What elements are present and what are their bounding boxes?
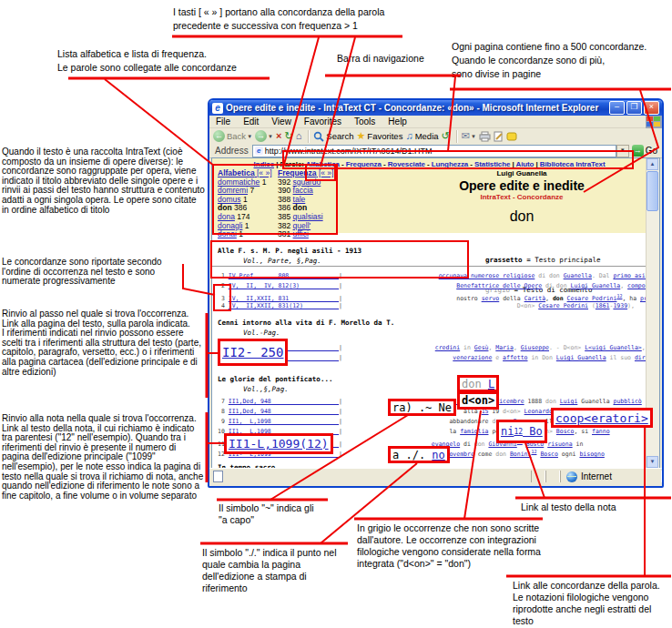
word-link[interactable]: donai: [218, 229, 237, 238]
edit-button[interactable]: [494, 131, 504, 142]
word-link[interactable]: sguardo: [293, 177, 321, 187]
maximize-button[interactable]: ❐: [626, 101, 642, 115]
note-number-link[interactable]: 12: [514, 428, 523, 436]
nav-link-aiuto[interactable]: Aiuto: [515, 160, 534, 168]
stop-button[interactable]: ×: [276, 130, 281, 142]
nav-link-lunghezza[interactable]: Lunghezza: [432, 160, 468, 168]
home-button[interactable]: ⌂: [296, 130, 302, 142]
word-link[interactable]: donagli: [218, 221, 242, 230]
word-link[interactable]: 1939: [613, 302, 627, 309]
menu-favorites[interactable]: Favorites: [298, 116, 348, 127]
scroll-down-button[interactable]: ▼: [647, 456, 658, 468]
word-link[interactable]: domus: [218, 195, 241, 204]
word-link[interactable]: Luigi Guanella: [570, 282, 620, 289]
word-link[interactable]: occupava numerose religiose: [439, 272, 535, 279]
word-link[interactable]: Bosco: [556, 428, 575, 435]
word-link[interactable]: domremi: [218, 186, 248, 195]
nav-link-frequenza[interactable]: Frequenza: [346, 160, 382, 168]
list-title-link[interactable]: Frequenza: [278, 168, 317, 177]
word-link[interactable]: Giuseppe: [521, 344, 549, 351]
concordance-ref-link[interactable]: II1,Ded, 948: [229, 408, 339, 415]
page-favicon: e: [255, 147, 263, 155]
note-ref-link[interactable]: II1-L,1099(12): [229, 437, 329, 451]
concordance-section: Alle F. s. M. P. negli asili - 1913Vol.,…: [218, 246, 659, 311]
word-link[interactable]: Luigi: [560, 398, 578, 405]
word-link[interactable]: quell': [293, 221, 311, 230]
word-link[interactable]: credini: [435, 344, 460, 351]
word-link[interactable]: L: [488, 378, 494, 390]
word-link[interactable]: dicembre: [495, 398, 524, 405]
scroll-thumb[interactable]: [647, 171, 658, 211]
list-prev-next-buttons[interactable]: [« »]: [255, 168, 272, 177]
word-link[interactable]: Bonini: [510, 451, 531, 458]
page-ref-link[interactable]: II2- 250: [222, 345, 283, 360]
nav-link-statistiche[interactable]: Statistiche: [474, 160, 510, 168]
word-link[interactable]: 1861: [596, 302, 610, 309]
word-link[interactable]: Bo: [523, 425, 543, 438]
favorites-button[interactable]: ★ Favorites: [356, 130, 402, 142]
tilde-symbol-sample: ra) .~ Ne: [392, 401, 452, 414]
back-dropdown-icon[interactable]: ▼: [247, 134, 252, 139]
media-button[interactable]: ♫ Media: [405, 130, 438, 142]
menu-file[interactable]: File: [209, 116, 237, 127]
word-link[interactable]: affetto: [503, 354, 527, 361]
concordance-ref-link[interactable]: IV,Pref, , 808: [229, 272, 339, 279]
word-link[interactable]: fanno: [592, 428, 610, 435]
word-link[interactable]: dona: [218, 212, 235, 221]
nav-link-biblioteca[interactable]: Biblioteca IntraText: [540, 160, 606, 168]
menu-edit[interactable]: Edit: [237, 116, 265, 127]
mail-button[interactable]: ✉▼: [462, 130, 476, 142]
word-link[interactable]: Maria: [495, 344, 514, 351]
word-link[interactable]: bisogno: [579, 451, 604, 458]
word-link[interactable]: Luigi Guanella: [556, 354, 606, 361]
word-link[interactable]: Benefattrice delle Opere: [456, 282, 542, 289]
concordance-ref-link[interactable]: II1,Ded, 948: [229, 398, 339, 405]
print-button[interactable]: [479, 131, 491, 142]
list-item: donai 1: [218, 230, 272, 239]
concordance-ref-link[interactable]: II1, L,1098: [229, 418, 339, 425]
concordance-ref-link[interactable]: IV, II,XXII, 831(12): [229, 302, 339, 309]
word-link[interactable]: tale: [293, 195, 306, 204]
forward-button[interactable]: → ▼: [255, 130, 273, 142]
word-link[interactable]: Gesù: [474, 344, 489, 351]
word-link[interactable]: pubblicò: [613, 398, 641, 405]
concordance-ref-link[interactable]: IV, II, IV, 812(3): [229, 282, 339, 289]
nav-link-alfabetica[interactable]: Alfabetica: [306, 160, 340, 168]
word-link[interactable]: qualsiasi: [293, 212, 323, 221]
status-page-icon: [213, 471, 223, 482]
word-link[interactable]: Bosco: [540, 451, 558, 458]
scroll-up-button[interactable]: ▲: [647, 158, 658, 170]
word-link[interactable]: Guanella: [564, 272, 592, 279]
word-link[interactable]: no: [432, 449, 444, 461]
mail-dropdown-icon[interactable]: ▼: [471, 134, 476, 139]
word-link[interactable]: venerazione: [453, 354, 492, 361]
list-prev-next-buttons[interactable]: [« »]: [317, 168, 334, 177]
address-dropdown-button[interactable]: ▼: [616, 145, 629, 157]
address-input[interactable]: e http://www.intratext.com/IXT/ITA0614/D…: [252, 145, 616, 157]
search-button[interactable]: Search: [313, 131, 353, 142]
word-link[interactable]: faccia: [293, 186, 313, 195]
messenger-button[interactable]: [506, 131, 517, 142]
list-title-link[interactable]: Alfabetica: [218, 168, 255, 177]
word-link[interactable]: dommatiche: [218, 177, 260, 187]
word-link[interactable]: ni: [501, 425, 514, 438]
word-link[interactable]: uffici: [293, 229, 309, 238]
go-button[interactable]: → Go: [632, 145, 657, 157]
menu-view[interactable]: View: [265, 116, 298, 127]
history-button[interactable]: ↺: [442, 130, 450, 142]
minimize-button[interactable]: –: [609, 101, 625, 115]
menu-tools[interactable]: Tools: [348, 116, 382, 127]
word-link[interactable]: famiglia: [460, 428, 488, 435]
back-button[interactable]: ← Back ▼: [213, 130, 252, 142]
annotation-order-note: Le concordanze sono riportate secondo l'…: [2, 258, 184, 287]
refresh-button[interactable]: ↻: [284, 130, 292, 142]
nav-link-indice[interactable]: Indice: [254, 160, 275, 168]
forward-dropdown-icon[interactable]: ▼: [268, 134, 273, 139]
word-link[interactable]: Cesare Pedrini: [538, 302, 588, 309]
close-button[interactable]: ×: [644, 101, 659, 115]
menu-help[interactable]: Help: [382, 116, 413, 127]
word-link[interactable]: L<uigi Guanella>: [585, 344, 642, 351]
word-concordance-link[interactable]: coop<eratori>: [555, 411, 648, 425]
word-link[interactable]: novembre: [445, 451, 473, 458]
nav-link-rovesciate[interactable]: Rovesciate: [388, 160, 425, 168]
